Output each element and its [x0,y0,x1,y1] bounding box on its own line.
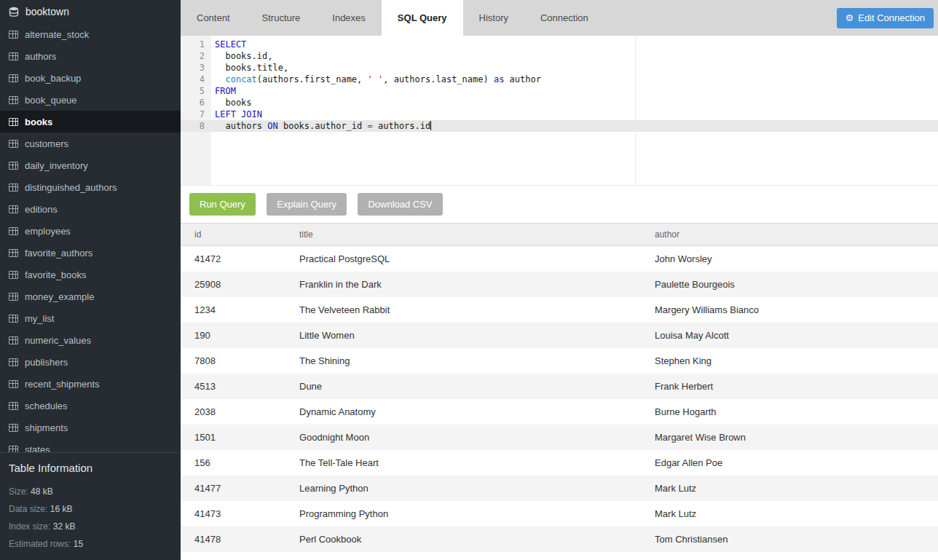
sidebar-item-distinguished_authors[interactable]: distinguished_authors [0,176,181,198]
table-icon [9,336,18,344]
sidebar-item-authors[interactable]: authors [0,45,181,67]
text-cursor [430,121,431,130]
table-row[interactable]: 41472Practical PostgreSQLJohn Worsley [181,246,938,272]
table-row[interactable]: 25908Franklin in the DarkPaulette Bourge… [181,272,938,297]
results-header: idtitleauthor [181,224,938,246]
sidebar-item-shipments[interactable]: shipments [0,417,181,438]
cell-author: Margery Williams Bianco [641,297,938,323]
line-number: 8 [181,120,211,132]
table-row[interactable]: 41473Programming PythonMark Lutz [181,501,938,527]
table-icon [9,446,18,453]
sidebar-item-label: shipments [25,422,68,433]
sidebar-item-label: favorite_books [25,269,87,280]
table-info-row: Data size: 16 kB [9,500,172,518]
sidebar-item-recent_shipments[interactable]: recent_shipments [0,373,181,395]
line-number: 6 [181,97,211,109]
tab-bar: ContentStructureIndexesSQL QueryHistoryC… [181,0,938,36]
table-row[interactable]: 1501Goodnight MoonMargaret Wise Brown [181,425,938,450]
tab-indexes[interactable]: Indexes [316,0,382,36]
edit-connection-label: Edit Connection [858,12,925,23]
sidebar-item-label: employees [25,226,71,237]
table-icon [9,424,18,432]
code-line-text: FROM [211,85,938,97]
table-row[interactable]: 4513DuneFrank Herbert [181,374,938,399]
sidebar-item-money_example[interactable]: money_example [0,285,181,307]
table-list: alternate_stockauthorsbook_backupbook_qu… [0,23,181,452]
sidebar-item-publishers[interactable]: publishers [0,351,181,373]
download-csv-button[interactable]: Download CSV [358,193,442,216]
table-row[interactable]: 2038Dynamic AnatomyBurne Hogarth [181,399,938,425]
sql-editor[interactable]: 1SELECT2 books.id,3 books.title,4 concat… [181,36,938,186]
cell-title: Dune [285,374,641,399]
sidebar-item-label: authors [25,51,56,62]
sidebar-item-favorite_books[interactable]: favorite_books [0,264,181,285]
main-panel: ContentStructureIndexesSQL QueryHistoryC… [181,0,938,560]
editor-lines: 1SELECT2 books.id,3 books.title,4 concat… [181,39,938,132]
sidebar-item-book_backup[interactable]: book_backup [0,67,181,89]
sidebar-item-states[interactable]: states [0,438,181,452]
table-row[interactable]: 156The Tell-Tale HeartEdgar Allen Poe [181,450,938,476]
sidebar-item-alternate_stock[interactable]: alternate_stock [0,23,181,45]
cell-id: 25908 [181,272,285,297]
table-info-panel: Table Information Size: 48 kBData size: … [0,452,181,560]
sidebar-item-label: favorite_authors [25,248,92,259]
gear-icon: ⚙ [846,13,854,23]
cell-author: Tom Christiansen [641,527,938,552]
table-icon [9,358,18,366]
table-info-row: Estimated rows: 15 [9,535,172,553]
tab-history[interactable]: History [463,0,524,36]
table-icon [9,205,18,213]
database-name: booktown [25,6,69,17]
sidebar-item-employees[interactable]: employees [0,220,181,242]
query-toolbar: Run Query Explain Query Download CSV [181,186,938,223]
table-row[interactable]: 1234The Velveteen RabbitMargery Williams… [181,297,938,323]
table-icon [9,227,18,235]
tab-structure[interactable]: Structure [246,0,317,36]
sidebar-item-my_list[interactable]: my_list [0,307,181,329]
tab-connection[interactable]: Connection [524,0,604,36]
cell-title: Programming Python [285,501,641,527]
column-header-title[interactable]: title [285,224,641,246]
cell-title: Goodnight Moon [285,425,641,450]
table-row[interactable]: 41477Learning PythonMark Lutz [181,476,938,501]
cell-title: The Velveteen Rabbit [285,297,641,323]
cell-id: 2038 [181,399,285,425]
cell-author: Paulette Bourgeois [641,272,938,297]
cell-id: 156 [181,450,285,476]
line-number: 1 [181,39,211,50]
code-line-text: concat(authors.first_name, ' ', authors.… [211,74,938,85]
table-row[interactable]: 42672001: A Space OdysseyArthur C. Clark… [181,552,938,560]
table-icon [9,271,18,279]
column-header-id[interactable]: id [181,224,285,246]
cell-author: Mark Lutz [641,476,938,501]
sidebar-item-numeric_values[interactable]: numeric_values [0,329,181,351]
tab-sql-query[interactable]: SQL Query [382,0,463,36]
table-row[interactable]: 7808The ShiningStephen King [181,348,938,374]
tab-content[interactable]: Content [181,0,246,36]
table-row[interactable]: 41478Perl CookbookTom Christiansen [181,527,938,552]
sidebar-item-favorite_authors[interactable]: favorite_authors [0,242,181,264]
cell-id: 41478 [181,527,285,552]
sidebar-item-books[interactable]: books [0,111,181,133]
sidebar-item-label: customers [25,138,68,149]
sidebar-item-customers[interactable]: customers [0,133,181,154]
cell-author: Margaret Wise Brown [641,425,938,450]
sidebar-item-book_queue[interactable]: book_queue [0,89,181,111]
sidebar-item-schedules[interactable]: schedules [0,395,181,417]
table-icon [9,315,18,323]
line-number: 7 [181,109,211,120]
explain-query-button[interactable]: Explain Query [267,193,347,216]
table-icon [9,249,18,257]
table-icon [9,402,18,410]
edit-connection-button[interactable]: ⚙ Edit Connection [837,8,934,28]
sidebar-database[interactable]: booktown [0,0,181,23]
run-query-button[interactable]: Run Query [189,193,256,216]
sidebar-item-daily_inventory[interactable]: daily_inventory [0,154,181,176]
results-area: idtitleauthor 41472Practical PostgreSQLJ… [181,223,938,560]
table-icon [9,140,18,148]
sidebar-item-editions[interactable]: editions [0,198,181,220]
column-header-author[interactable]: author [641,224,938,246]
table-row[interactable]: 190Little WomenLouisa May Alcott [181,323,938,348]
cell-title: Dynamic Anatomy [285,399,641,425]
cell-author: Burne Hogarth [641,399,938,425]
